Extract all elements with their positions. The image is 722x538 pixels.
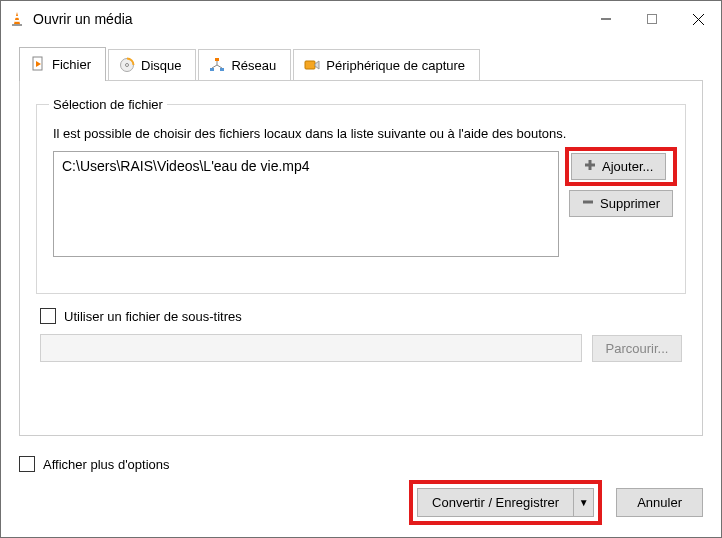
svg-rect-2	[15, 16, 19, 18]
file-selection-hint: Il est possible de choisir des fichiers …	[53, 126, 673, 141]
plus-icon	[584, 159, 596, 174]
svg-rect-18	[305, 61, 315, 69]
window-title: Ouvrir un média	[33, 11, 583, 27]
svg-rect-1	[12, 24, 22, 26]
remove-button[interactable]: Supprimer	[569, 190, 673, 217]
convert-split-button[interactable]: Convertir / Enregistrer ▼	[417, 488, 594, 517]
convert-dropdown-arrow[interactable]: ▼	[574, 488, 594, 517]
tab-file-label: Fichier	[52, 57, 91, 72]
cancel-button-label: Annuler	[637, 495, 682, 510]
titlebar: Ouvrir un média	[1, 1, 721, 37]
tabs: Fichier Disque Réseau Périphérique de ca…	[19, 47, 703, 80]
browse-subtitle-label: Parcourir...	[606, 341, 669, 356]
minimize-button[interactable]	[583, 1, 629, 37]
add-button[interactable]: Ajouter...	[571, 153, 666, 180]
tab-capture-label: Périphérique de capture	[326, 58, 465, 73]
vlc-cone-icon	[9, 11, 25, 27]
add-button-label: Ajouter...	[602, 159, 653, 174]
tab-disc-label: Disque	[141, 58, 181, 73]
file-selection-group: Sélection de fichier Il est possible de …	[36, 97, 686, 294]
browse-subtitle-button: Parcourir...	[592, 335, 682, 362]
tab-network[interactable]: Réseau	[198, 49, 291, 80]
remove-button-label: Supprimer	[600, 196, 660, 211]
svg-line-17	[217, 65, 222, 68]
file-icon	[30, 56, 46, 72]
subtitle-checkbox[interactable]	[40, 308, 56, 324]
subtitle-file-field	[40, 334, 582, 362]
close-button[interactable]	[675, 1, 721, 37]
minus-icon	[582, 196, 594, 211]
more-options-row[interactable]: Afficher plus d'options	[19, 456, 170, 472]
network-icon	[209, 57, 225, 73]
svg-marker-19	[315, 61, 319, 69]
more-options-checkbox[interactable]	[19, 456, 35, 472]
convert-button[interactable]: Convertir / Enregistrer	[417, 488, 574, 517]
tab-capture[interactable]: Périphérique de capture	[293, 49, 480, 80]
svg-line-16	[212, 65, 217, 68]
tab-panel-file: Sélection de fichier Il est possible de …	[19, 80, 703, 436]
svg-rect-14	[220, 68, 224, 71]
convert-button-label: Convertir / Enregistrer	[432, 495, 559, 510]
svg-rect-5	[648, 15, 657, 24]
subtitle-checkbox-row[interactable]: Utiliser un fichier de sous-titres	[40, 308, 686, 324]
tab-disc[interactable]: Disque	[108, 49, 196, 80]
dialog-footer: Afficher plus d'options Convertir / Enre…	[1, 450, 721, 537]
file-list-item[interactable]: C:\Users\RAIS\Videos\L'eau de vie.mp4	[62, 158, 550, 174]
capture-icon	[304, 57, 320, 73]
more-options-label: Afficher plus d'options	[43, 457, 170, 472]
file-selection-legend: Sélection de fichier	[49, 97, 167, 112]
svg-rect-13	[210, 68, 214, 71]
chevron-down-icon: ▼	[579, 497, 589, 508]
disc-icon	[119, 57, 135, 73]
svg-point-11	[126, 64, 129, 67]
convert-button-highlight: Convertir / Enregistrer ▼	[413, 484, 598, 521]
maximize-button[interactable]	[629, 1, 675, 37]
tab-network-label: Réseau	[231, 58, 276, 73]
add-button-highlight: Ajouter...	[569, 151, 673, 182]
subtitle-checkbox-label: Utiliser un fichier de sous-titres	[64, 309, 242, 324]
file-list[interactable]: C:\Users\RAIS\Videos\L'eau de vie.mp4	[53, 151, 559, 257]
cancel-button[interactable]: Annuler	[616, 488, 703, 517]
dialog-content: Fichier Disque Réseau Périphérique de ca…	[1, 37, 721, 450]
tab-file[interactable]: Fichier	[19, 47, 106, 81]
svg-rect-3	[14, 20, 19, 22]
svg-rect-12	[215, 58, 219, 61]
svg-marker-0	[14, 12, 20, 24]
